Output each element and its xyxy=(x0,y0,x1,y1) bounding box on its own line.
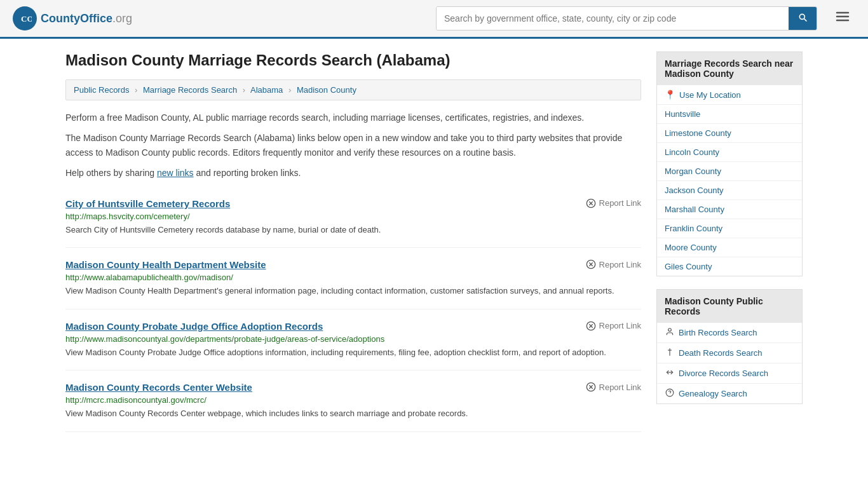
nearby-item-0[interactable]: Huntsville xyxy=(657,105,802,124)
result-header: Madison County Probate Judge Office Adop… xyxy=(65,321,641,332)
nearby-link-2[interactable]: Lincoln County xyxy=(665,147,719,157)
logo-icon: CO xyxy=(13,6,37,30)
public-record-link-1[interactable]: Death Records Search xyxy=(679,348,763,358)
nearby-list: 📍 Use My Location HuntsvilleLimestone Co… xyxy=(656,85,803,276)
result-desc-3: View Madison County Records Center webpa… xyxy=(65,407,641,420)
result-title-2[interactable]: Madison County Probate Judge Office Adop… xyxy=(65,321,323,332)
nearby-link-5[interactable]: Marshall County xyxy=(665,205,724,214)
logo[interactable]: CO CountyOffice.org xyxy=(13,6,132,30)
search-bar xyxy=(436,6,817,30)
breadcrumb: Public Records › Marriage Records Search… xyxy=(65,79,641,100)
result-header: Madison County Records Center Website Re… xyxy=(65,382,641,393)
public-records-section: Madison County Public Records Birth Reco… xyxy=(656,289,803,404)
public-record-link-2[interactable]: Divorce Records Search xyxy=(679,369,768,378)
public-record-link-0[interactable]: Birth Records Search xyxy=(679,328,757,337)
main-content: Madison County Marriage Records Search (… xyxy=(65,51,641,432)
nearby-item-4[interactable]: Jackson County xyxy=(657,181,802,200)
public-record-link-3[interactable]: Genealogy Search xyxy=(679,389,747,398)
logo-text: CountyOffice.org xyxy=(41,12,132,25)
nearby-item-6[interactable]: Franklin County xyxy=(657,219,802,238)
use-location-item[interactable]: 📍 Use My Location xyxy=(657,85,802,105)
results-list: City of Huntsville Cemetery Records Repo… xyxy=(65,187,641,432)
nearby-item-2[interactable]: Lincoln County xyxy=(657,143,802,162)
breadcrumb-madison-county[interactable]: Madison County xyxy=(297,85,356,95)
public-record-icon-3 xyxy=(665,388,675,399)
nearby-link-8[interactable]: Giles County xyxy=(665,262,712,271)
report-icon xyxy=(586,382,596,392)
public-records-list: Birth Records Search Death Records Searc… xyxy=(656,323,803,404)
nearby-item-7[interactable]: Moore County xyxy=(657,238,802,257)
nearby-link-0[interactable]: Huntsville xyxy=(665,109,700,119)
result-title-0[interactable]: City of Huntsville Cemetery Records xyxy=(65,198,230,209)
nearby-section: Marriage Records Search near Madison Cou… xyxy=(656,51,803,276)
result-item: Madison County Health Department Website… xyxy=(65,248,641,309)
sidebar: Marriage Records Search near Madison Cou… xyxy=(656,51,803,432)
result-desc-0: Search City of Huntsville Cemetery recor… xyxy=(65,224,641,236)
site-header: CO CountyOffice.org xyxy=(0,0,868,39)
nearby-item-3[interactable]: Morgan County xyxy=(657,162,802,181)
result-header: City of Huntsville Cemetery Records Repo… xyxy=(65,198,641,209)
intro-text-2: The Madison County Marriage Records Sear… xyxy=(65,131,641,159)
intro-text-3: Help others by sharing new links and rep… xyxy=(65,166,641,180)
result-url-2[interactable]: http://www.madisoncountyal.gov/departmen… xyxy=(65,334,641,344)
result-title-3[interactable]: Madison County Records Center Website xyxy=(65,382,252,393)
svg-text:CO: CO xyxy=(21,14,32,24)
public-record-icon-2 xyxy=(665,368,675,379)
search-button[interactable] xyxy=(789,7,817,30)
menu-button[interactable] xyxy=(830,6,855,30)
public-record-item-0[interactable]: Birth Records Search xyxy=(657,323,802,343)
nearby-items: HuntsvilleLimestone CountyLincoln County… xyxy=(657,105,802,276)
report-icon xyxy=(586,198,596,208)
report-link-2[interactable]: Report Link xyxy=(586,321,641,331)
public-record-item-2[interactable]: Divorce Records Search xyxy=(657,363,802,384)
breadcrumb-alabama[interactable]: Alabama xyxy=(250,85,283,95)
nearby-header: Marriage Records Search near Madison Cou… xyxy=(656,51,803,85)
nearby-link-3[interactable]: Morgan County xyxy=(665,166,721,176)
result-item: Madison County Records Center Website Re… xyxy=(65,370,641,432)
public-record-icon-0 xyxy=(665,327,675,338)
public-record-item-1[interactable]: Death Records Search xyxy=(657,343,802,363)
nearby-link-4[interactable]: Jackson County xyxy=(665,186,724,195)
nearby-link-6[interactable]: Franklin County xyxy=(665,224,722,233)
report-icon xyxy=(586,259,596,269)
result-title-1[interactable]: Madison County Health Department Website xyxy=(65,259,266,270)
report-link-0[interactable]: Report Link xyxy=(586,198,641,208)
search-input[interactable] xyxy=(437,7,789,30)
nearby-item-1[interactable]: Limestone County xyxy=(657,124,802,143)
result-url-1[interactable]: http://www.alabamapublichealth.gov/madis… xyxy=(65,273,641,282)
result-desc-1: View Madison County Health Department's … xyxy=(65,285,641,297)
breadcrumb-marriage-records[interactable]: Marriage Records Search xyxy=(143,85,237,95)
result-url-0[interactable]: http://maps.hsvcity.com/cemetery/ xyxy=(65,212,641,221)
result-item: Madison County Probate Judge Office Adop… xyxy=(65,309,641,371)
nearby-link-1[interactable]: Limestone County xyxy=(665,128,731,138)
nearby-link-7[interactable]: Moore County xyxy=(665,243,717,252)
result-item: City of Huntsville Cemetery Records Repo… xyxy=(65,187,641,248)
page-title: Madison County Marriage Records Search (… xyxy=(65,51,641,69)
public-record-icon-1 xyxy=(665,348,675,358)
result-header: Madison County Health Department Website… xyxy=(65,259,641,270)
page-container: Madison County Marriage Records Search (… xyxy=(53,39,815,445)
location-pin-icon: 📍 xyxy=(665,90,675,100)
report-link-1[interactable]: Report Link xyxy=(586,259,641,269)
public-records-items: Birth Records Search Death Records Searc… xyxy=(657,323,802,403)
result-url-3[interactable]: http://mcrc.madisoncountyal.gov/mcrc/ xyxy=(65,395,641,405)
svg-point-17 xyxy=(668,329,672,332)
breadcrumb-public-records[interactable]: Public Records xyxy=(74,85,129,95)
intro-text-1: Perform a free Madison County, AL public… xyxy=(65,111,641,125)
nearby-item-5[interactable]: Marshall County xyxy=(657,200,802,219)
public-record-item-3[interactable]: Genealogy Search xyxy=(657,384,802,403)
report-link-3[interactable]: Report Link xyxy=(586,382,641,392)
result-desc-2: View Madison County Probate Judge Office… xyxy=(65,346,641,359)
report-icon xyxy=(586,321,596,331)
nearby-item-8[interactable]: Giles County xyxy=(657,257,802,276)
use-location-label: Use My Location xyxy=(679,90,741,100)
public-records-header: Madison County Public Records xyxy=(656,289,803,323)
new-links-link[interactable]: new links xyxy=(157,168,194,178)
